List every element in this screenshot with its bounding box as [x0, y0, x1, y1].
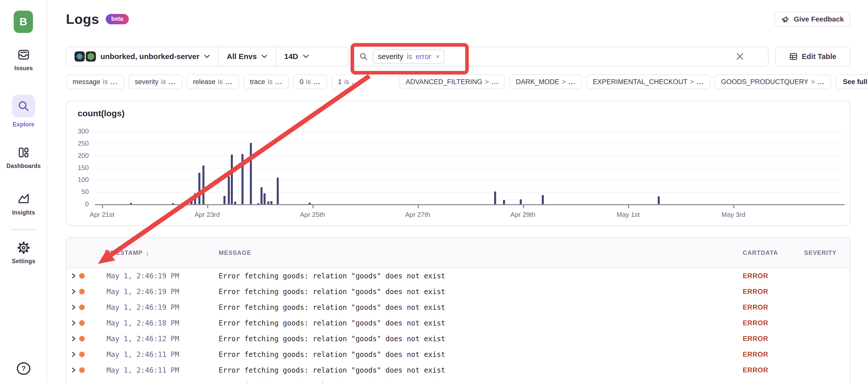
token-operator: is: [407, 53, 412, 61]
severity-value: ERROR: [743, 304, 768, 311]
expand-chevron-icon[interactable]: [70, 336, 76, 342]
sidebar-item-dashboards[interactable]: Dashboards: [0, 146, 47, 170]
chart-bar: [250, 143, 252, 204]
sidebar-item-insights[interactable]: Insights: [0, 193, 47, 216]
chart-bar: [198, 173, 200, 204]
x-axis-tick: [207, 205, 208, 208]
y-axis-tick-label: 50: [68, 188, 89, 196]
expand-chevron-icon[interactable]: [70, 288, 76, 294]
help-button[interactable]: ?: [17, 362, 30, 375]
filter-chip[interactable]: 0is...: [293, 74, 327, 89]
filter-chip[interactable]: ADVANCED_FILTERING>...: [399, 74, 505, 89]
token-remove-icon[interactable]: ×: [435, 53, 440, 61]
sort-desc-icon: ↓: [146, 249, 149, 257]
log-message: Error fetching goods: relation "goods" d…: [219, 366, 445, 374]
filter-chip[interactable]: releaseis...: [186, 74, 240, 89]
date-range-selector[interactable]: 14D: [276, 47, 317, 66]
y-axis-tick-label: 200: [68, 152, 89, 160]
search-token-severity-error[interactable]: severity is error ×: [373, 49, 445, 64]
x-axis-tick: [628, 205, 629, 208]
expand-chevron-icon[interactable]: [70, 367, 76, 373]
chart-title: count(logs): [78, 108, 125, 118]
expand-chevron-icon[interactable]: [70, 273, 76, 279]
clear-search-icon[interactable]: [736, 53, 744, 60]
react-platform-icon: [74, 51, 85, 62]
expand-chevron-icon[interactable]: [70, 320, 76, 326]
chart-bar: [130, 203, 132, 204]
log-timestamp: May 1, 2:46:11 PM: [106, 350, 179, 359]
column-header-timestamp[interactable]: TIMESTAMP ↓: [104, 238, 149, 268]
edit-table-button[interactable]: Edit Table: [775, 46, 850, 66]
chart-bar: [223, 196, 225, 204]
date-range-label: 14D: [284, 52, 298, 61]
log-message: Error fetching goods: relation "goods" d…: [219, 319, 445, 327]
severity-value: ERROR: [743, 288, 768, 295]
y-axis-tick-label: 150: [68, 164, 89, 172]
expand-chevron-icon[interactable]: [70, 304, 76, 310]
x-axis-tick-label: May 1st: [605, 211, 651, 219]
severity-dot: [79, 289, 85, 294]
chart-bar: [542, 195, 544, 204]
log-timestamp: May 1, 2:46:11 PM: [106, 382, 179, 383]
column-header-severity[interactable]: SEVERITY: [804, 238, 837, 268]
filter-chip[interactable]: traceis...: [243, 74, 289, 89]
y-axis-tick-label: 250: [68, 140, 89, 147]
gridline: [95, 156, 845, 156]
filter-chip[interactable]: GOODS_PRODUCTQUERY>...: [714, 74, 831, 89]
chart-bar: [267, 201, 269, 204]
filter-chip[interactable]: EXPERIMENTAL_CHECKOUT>...: [586, 74, 710, 89]
log-row[interactable]: May 1, 2:46:18 PMError fetching goods: r…: [66, 315, 850, 331]
log-row[interactable]: May 1, 2:46:19 PMError fetching goods: r…: [66, 284, 850, 300]
logs-table: TIMESTAMP ↓ MESSAGE CARTDATA SEVERITY Ma…: [66, 237, 850, 383]
gear-icon: [17, 241, 30, 254]
org-avatar[interactable]: B: [14, 11, 33, 33]
chart-bar: [494, 192, 496, 204]
log-row[interactable]: May 1, 2:46:19 PMError fetching goods: r…: [66, 268, 850, 284]
sidebar-item-label: Insights: [12, 209, 35, 216]
severity-dot: [79, 352, 85, 357]
platform-icons: [74, 51, 96, 62]
column-header-message[interactable]: MESSAGE: [219, 238, 251, 268]
environment-selector[interactable]: All Envs: [218, 47, 276, 66]
search-input[interactable]: severity is error ×: [351, 46, 769, 66]
severity-dot: [79, 367, 85, 373]
filter-chip[interactable]: DARK_MODE>...: [509, 74, 582, 89]
chevron-down-icon: [261, 55, 267, 59]
log-timestamp: May 1, 2:46:12 PM: [106, 335, 179, 343]
x-axis-tick-label: Apr 29th: [500, 211, 546, 219]
log-row[interactable]: May 1, 2:46:11 PMError fetching goods: r…: [66, 362, 850, 378]
x-axis-tick: [102, 205, 103, 208]
chart-bar: [172, 203, 174, 204]
gridline: [95, 144, 845, 144]
app-root: B Issues Explore D: [0, 0, 868, 383]
chart-bar: [277, 178, 279, 204]
log-row[interactable]: May 1, 2:46:12 PMError fetching goods: r…: [66, 331, 850, 347]
filter-chip[interactable]: severityis...: [128, 74, 182, 89]
give-feedback-button[interactable]: Give Feedback: [775, 12, 850, 27]
severity-value: ERROR: [743, 335, 768, 343]
x-axis-tick-label: Apr 25th: [290, 211, 335, 219]
column-header-cartdata[interactable]: CARTDATA: [743, 238, 778, 268]
sidebar-item-settings[interactable]: Settings: [0, 241, 47, 265]
sidebar: B Issues Explore D: [0, 0, 47, 383]
log-row[interactable]: May 1, 2:46:11 PMError fetching goods: r…: [66, 378, 850, 383]
log-timestamp: May 1, 2:46:11 PM: [106, 366, 179, 374]
see-full-list-button[interactable]: See full list: [835, 74, 868, 89]
log-message: Error fetching goods: relation "goods" d…: [219, 382, 445, 383]
x-axis-tick-label: Apr 21st: [79, 211, 125, 219]
project-selector[interactable]: unborked, unborked-server: [66, 47, 218, 66]
severity-dot: [79, 305, 85, 310]
sidebar-item-explore[interactable]: Explore: [0, 95, 47, 128]
log-message: Error fetching goods: relation "goods" d…: [219, 350, 445, 359]
x-axis-tick-label: May 3rd: [711, 211, 756, 219]
edit-table-label: Edit Table: [802, 53, 836, 61]
log-row[interactable]: May 1, 2:46:11 PMError fetching goods: r…: [66, 347, 850, 362]
filter-chip[interactable]: messageis...: [66, 74, 124, 89]
filter-chip[interactable]: 1is...: [331, 74, 366, 89]
x-axis-tick: [418, 205, 419, 208]
log-row[interactable]: May 1, 2:46:19 PMError fetching goods: r…: [66, 300, 850, 315]
chips-row: messageis...severityis...releaseis...tra…: [66, 74, 868, 89]
sidebar-item-issues[interactable]: Issues: [0, 48, 47, 72]
expand-chevron-icon[interactable]: [70, 351, 76, 357]
x-axis-tick: [733, 205, 734, 208]
